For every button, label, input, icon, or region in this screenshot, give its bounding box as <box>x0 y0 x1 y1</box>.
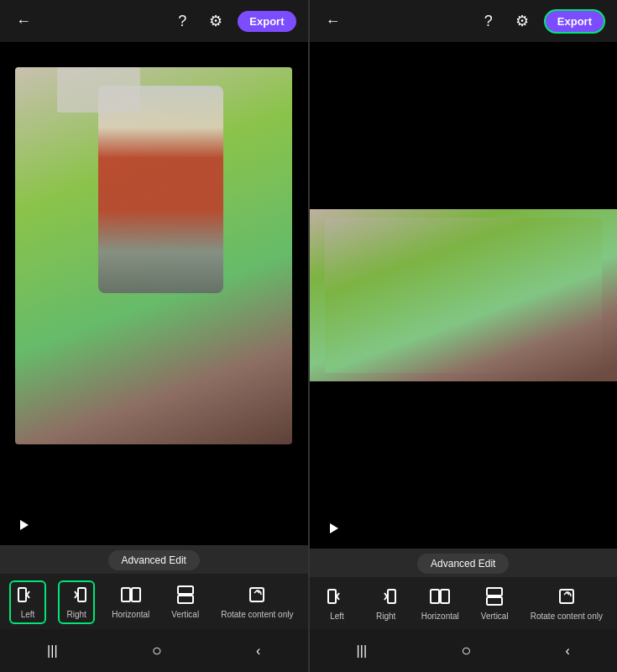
left-tool-left-label: Left <box>21 610 35 619</box>
left-tool-left[interactable]: Left <box>9 580 46 624</box>
left-tool-rotate-label: Rotate content only <box>221 610 293 619</box>
svg-rect-0 <box>18 588 26 601</box>
flip-left-icon <box>18 585 38 606</box>
right-video-black-bottom <box>310 381 618 549</box>
right-tool-horizontal[interactable]: Horizontal <box>416 584 464 624</box>
right-tool-horizontal-label: Horizontal <box>421 612 459 621</box>
left-nav-menu-button[interactable]: ||| <box>37 640 67 662</box>
left-nav-home-button[interactable]: ○ <box>142 638 172 664</box>
svg-rect-12 <box>487 597 502 605</box>
flip-horizontal-icon <box>121 585 141 606</box>
right-top-bar: ← ? ⚙ Export <box>310 0 618 42</box>
right-flip-right-icon <box>376 587 396 608</box>
left-tool-right-label: Right <box>66 610 86 619</box>
right-flip-left-icon <box>327 587 348 608</box>
right-tool-right-label: Right <box>376 612 395 621</box>
right-play-button[interactable] <box>322 517 345 540</box>
right-advanced-edit-button[interactable]: Advanced Edit <box>417 554 509 574</box>
right-top-right-icons: ? ⚙ Export <box>477 9 605 34</box>
right-tool-left[interactable]: Left <box>319 584 356 624</box>
svg-rect-9 <box>431 590 439 603</box>
left-tool-vertical-label: Vertical <box>171 610 199 619</box>
left-video-content <box>15 67 292 444</box>
right-video-black-top <box>310 42 618 209</box>
left-tool-horizontal[interactable]: Horizontal <box>107 582 154 622</box>
left-back-button[interactable]: ← <box>12 9 35 33</box>
left-video-preview <box>0 42 308 545</box>
flip-right-icon <box>66 585 86 606</box>
right-tool-vertical[interactable]: Vertical <box>476 584 514 624</box>
svg-rect-4 <box>178 586 193 594</box>
svg-rect-11 <box>487 588 502 596</box>
right-rotate-content-icon <box>557 587 577 608</box>
right-video-preview <box>310 42 618 549</box>
svg-rect-5 <box>178 596 193 603</box>
left-panel: ← ? ⚙ Export Advanced Edit <box>0 0 310 672</box>
flip-vertical-icon <box>175 585 196 606</box>
left-play-icon <box>20 520 29 530</box>
right-nav-menu-button[interactable]: ||| <box>347 640 377 662</box>
rotate-content-icon <box>247 585 267 606</box>
left-play-button[interactable] <box>12 513 35 537</box>
right-video-area <box>310 42 618 549</box>
svg-rect-1 <box>78 588 86 601</box>
right-tool-rotate-label: Rotate content only <box>531 612 603 621</box>
right-tool-left-label: Left <box>330 612 344 621</box>
left-video-area <box>0 42 308 545</box>
svg-rect-8 <box>388 590 395 603</box>
right-tool-rotate[interactable]: Rotate content only <box>525 584 608 624</box>
right-play-icon <box>330 523 338 533</box>
right-back-button[interactable]: ← <box>322 9 345 33</box>
right-tool-vertical-label: Vertical <box>481 612 509 621</box>
right-flip-horizontal-icon <box>430 587 450 608</box>
svg-rect-3 <box>132 588 140 601</box>
right-settings-button[interactable]: ⚙ <box>510 9 534 33</box>
left-tool-vertical[interactable]: Vertical <box>166 582 204 622</box>
left-advanced-edit-button[interactable]: Advanced Edit <box>108 550 200 570</box>
left-top-bar: ← ? ⚙ Export <box>0 0 308 42</box>
right-panel: ← ? ⚙ Export Advanced Edit <box>310 0 618 672</box>
left-export-button[interactable]: Export <box>238 11 295 32</box>
right-export-button[interactable]: Export <box>544 9 605 34</box>
svg-rect-2 <box>122 588 130 601</box>
left-help-button[interactable]: ? <box>170 9 194 33</box>
left-advanced-edit-bar: Advanced Edit <box>0 545 308 574</box>
right-nav-home-button[interactable]: ○ <box>451 638 481 664</box>
left-tool-right[interactable]: Right <box>58 580 95 624</box>
left-settings-button[interactable]: ⚙ <box>204 9 227 33</box>
svg-rect-10 <box>441 590 449 603</box>
right-flip-vertical-icon <box>484 587 505 608</box>
right-help-button[interactable]: ? <box>477 9 500 33</box>
svg-rect-7 <box>328 590 336 603</box>
right-nav-back-button[interactable]: ‹ <box>556 640 580 662</box>
left-tool-rotate[interactable]: Rotate content only <box>216 582 298 622</box>
left-top-right-icons: ? ⚙ Export <box>170 9 295 33</box>
left-bottom-nav: ||| ○ ‹ <box>0 629 308 672</box>
right-video-middle <box>310 209 618 381</box>
right-tool-right[interactable]: Right <box>368 584 405 624</box>
left-nav-back-button[interactable]: ‹ <box>246 640 270 662</box>
right-tools-bar: Left Right Horizontal <box>310 577 618 629</box>
right-bottom-nav: ||| ○ ‹ <box>310 629 618 672</box>
right-advanced-edit-bar: Advanced Edit <box>310 549 618 577</box>
left-tools-bar: Left Right Horizontal <box>0 574 308 629</box>
left-tool-horizontal-label: Horizontal <box>112 610 149 619</box>
